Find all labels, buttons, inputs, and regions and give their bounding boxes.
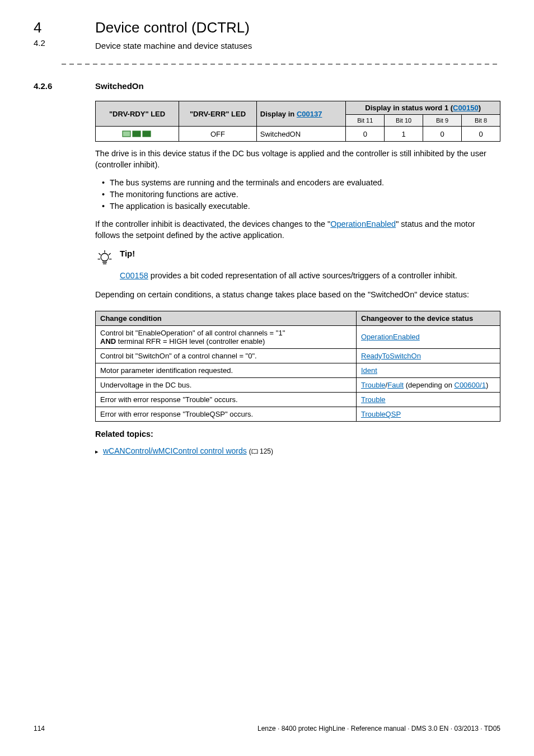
col-status-word: Display in status word 1 (C00150) [346,101,500,115]
display-in-text: Display in [260,110,297,118]
cell-drv-err: OFF [179,127,257,142]
link-status[interactable]: ReadyToSwitchOn [361,352,421,360]
table-row: Control bit "EnableOperation" of all con… [96,325,500,348]
change-cell: OperationEnabled [357,325,500,348]
cell-display-in: SwitchedON [256,127,345,142]
bullet-item: The application is basically executable. [103,200,500,212]
link-status[interactable]: OperationEnabled [361,333,420,341]
svg-point-3 [101,254,109,262]
para-op-a: If the controller inhibit is deactivated… [95,220,330,228]
lightbulb-icon [95,249,114,269]
change-cell: Trouble/Fault (depending on C00600/1) [357,377,500,392]
bullet-item: The bus systems are running and the term… [103,177,500,189]
cond-cell: Undervoltage in the DC bus. [96,377,357,392]
link-status[interactable]: C00600/1 [455,381,486,389]
table-row: Undervoltage in the DC bus. Trouble/Faul… [96,377,500,392]
link-c00158[interactable]: C00158 [120,271,148,280]
link-status[interactable]: Ident [361,366,377,375]
footer: 114 Lenze · 8400 protec HighLine · Refer… [34,725,500,732]
sub-bit10: Bit 10 [385,115,423,127]
svg-rect-1 [133,131,140,137]
section-title: SwitchedOn [95,81,500,91]
link-status[interactable]: Fault [387,381,404,389]
link-operationenabled[interactable]: OperationEnabled [330,220,396,228]
cond-cell: Error with error response "TroubleQSP" o… [96,407,357,421]
table-row: Control bit "SwitchOn" of a control chan… [96,348,500,363]
tip-body-text: provides a bit coded representation of a… [148,271,457,280]
change-cell: Trouble [357,392,500,407]
para-operation: If the controller inhibit is deactivated… [95,219,500,241]
sub-bit11: Bit 11 [346,115,385,127]
svg-line-5 [99,254,101,255]
col-condition: Change condition [96,311,357,325]
divider [62,64,500,64]
table-row: Error with error response "Trouble" occu… [96,392,500,407]
change-cell: ReadyToSwitchOn [357,348,500,363]
cell-bit8: 0 [462,127,500,142]
chapter-title: Device control (DCTRL) [95,19,500,36]
table-row: Motor parameter identification requested… [96,363,500,377]
link-c00150[interactable]: C00150 [453,104,479,112]
change-cell: TroubleQSP [357,407,500,421]
page-number: 114 [34,725,45,732]
book-icon [251,449,258,456]
col-drv-err: "DRV-ERR" LED [179,101,257,127]
bullet-list: The bus systems are running and the term… [95,177,500,212]
subsection-title: Device state machine and device statuses [95,41,500,50]
sub-bit9: Bit 9 [423,115,462,127]
svg-rect-0 [123,131,130,137]
related-ref: 125) [260,447,273,455]
col-display-in: Display in C00137 [256,101,345,127]
para-conditions: Depending on certain conditions, a statu… [95,290,500,301]
footer-meta: Lenze · 8400 protec HighLine · Reference… [257,725,500,732]
tip-block: Tip! [95,249,500,269]
cond-cell: Control bit "SwitchOn" of a control chan… [96,348,357,363]
tip-body: C00158 provides a bit coded representati… [120,270,500,282]
cond-cell: Error with error response "Trouble" occu… [96,392,357,407]
link-status[interactable]: TroubleQSP [361,410,401,418]
chapter-number: 4 [34,19,41,36]
link-status[interactable]: Trouble [361,381,386,389]
led-status-icon [121,129,153,139]
cond-text: Control bit "EnableOperation" of all con… [100,329,285,337]
subsection-number: 4.2 [34,38,45,48]
col-changeover: Changeover to the device status [357,311,500,325]
cond-cell: Control bit "EnableOperation" of all con… [96,325,357,348]
bullet-item: The monitoring functions are active. [103,189,500,200]
cell-bit10: 1 [385,127,423,142]
cell-bit9: 0 [423,127,462,142]
related-heading: Related topics: [95,430,500,438]
related-item: wCANControl/wMCIControl control words ( … [95,446,500,456]
cond-bold: AND [100,337,116,346]
cond-cell: Motor parameter identification requested… [96,363,357,377]
status-table: "DRV-RDY" LED "DRV-ERR" LED Display in C… [95,101,500,142]
conditions-table: Change condition Changeover to the devic… [95,311,500,422]
tip-label: Tip! [120,249,135,258]
table-row: Error with error response "TroubleQSP" o… [96,407,500,421]
status-word-close: ) [479,104,481,112]
link-related[interactable]: wCANControl/wMCIControl control words [103,446,247,455]
cell-bit11: 0 [346,127,385,142]
change-cell: Ident [357,363,500,377]
link-status[interactable]: Trouble [361,395,386,404]
sep-text: ) [486,381,488,389]
para-intro: The drive is in this device status if th… [95,148,500,170]
svg-rect-2 [143,131,151,137]
sep-text: (depending on [404,381,454,389]
led-status-icon-cell [96,127,179,142]
section-number: 4.2.6 [34,81,52,91]
link-c00137[interactable]: C00137 [297,110,322,118]
col-drv-rdy: "DRV-RDY" LED [96,101,179,127]
svg-line-6 [109,254,111,255]
status-word-text: Display in status word 1 ( [365,104,453,112]
cond-text: terminal RFR = HIGH level (controller en… [116,337,265,346]
sub-bit8: Bit 8 [462,115,500,127]
